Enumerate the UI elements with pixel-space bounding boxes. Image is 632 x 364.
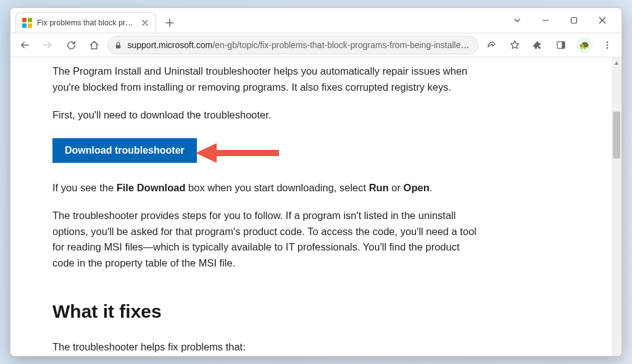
- forward-button[interactable]: [38, 36, 59, 54]
- back-button[interactable]: [14, 36, 35, 54]
- microsoft-favicon-icon: [22, 18, 32, 28]
- page-viewport: The Program Install and Uninstall troubl…: [10, 57, 622, 357]
- lock-icon: [114, 41, 123, 49]
- avatar-icon: 🐢: [576, 37, 592, 53]
- browser-toolbar: support.microsoft.com/en-gb/topic/fix-pr…: [10, 33, 622, 57]
- what-it-fixes-intro: The troubleshooter helps fix problems th…: [52, 339, 480, 355]
- home-button[interactable]: [84, 36, 105, 54]
- svg-rect-0: [22, 18, 27, 22]
- page-content[interactable]: The Program Install and Uninstall troubl…: [10, 57, 612, 357]
- tab-search-icon[interactable]: [503, 16, 531, 25]
- svg-rect-5: [115, 44, 120, 48]
- download-troubleshooter-button[interactable]: Download troubleshooter: [52, 138, 197, 163]
- svg-point-9: [607, 44, 609, 46]
- extensions-icon[interactable]: [527, 36, 548, 54]
- what-it-fixes-heading: What it fixes: [52, 297, 480, 326]
- browser-window: Fix problems that block program: [10, 7, 622, 357]
- svg-point-8: [607, 41, 609, 43]
- bookmark-star-icon[interactable]: [504, 36, 525, 54]
- vertical-scrollbar[interactable]: ▲ ▼: [612, 57, 622, 357]
- tab-strip: Fix problems that block program: [10, 8, 622, 33]
- window-controls: [503, 8, 617, 33]
- intro-paragraph-2: First, you'll need to download the troub…: [52, 107, 480, 123]
- new-tab-button[interactable]: [161, 14, 178, 31]
- close-tab-icon[interactable]: [141, 19, 149, 27]
- scrollbar-thumb[interactable]: [613, 112, 620, 159]
- close-window-button[interactable]: [588, 10, 617, 31]
- reload-button[interactable]: [60, 36, 81, 54]
- tab-title: Fix problems that block program: [37, 19, 136, 27]
- svg-rect-3: [28, 23, 32, 28]
- share-icon[interactable]: [481, 36, 502, 54]
- url-text: support.microsoft.com/en-gb/topic/fix-pr…: [128, 40, 472, 50]
- minimize-button[interactable]: [531, 10, 560, 31]
- active-tab[interactable]: Fix problems that block program: [15, 12, 156, 33]
- address-bar[interactable]: support.microsoft.com/en-gb/topic/fix-pr…: [107, 36, 479, 54]
- intro-paragraph-1: The Program Install and Uninstall troubl…: [52, 64, 480, 95]
- svg-rect-1: [28, 18, 32, 22]
- maximize-button[interactable]: [560, 10, 588, 31]
- svg-rect-2: [22, 23, 27, 28]
- side-panel-icon[interactable]: [551, 36, 572, 54]
- troubleshooter-details: The troubleshooter provides steps for yo…: [52, 208, 480, 271]
- svg-rect-7: [562, 42, 565, 49]
- profile-avatar[interactable]: 🐢: [574, 36, 595, 54]
- scroll-up-icon[interactable]: ▲: [612, 57, 622, 67]
- file-download-note: If you see the File Download box when yo…: [52, 180, 480, 196]
- svg-rect-4: [572, 18, 577, 23]
- svg-point-10: [607, 47, 609, 49]
- chrome-menu-icon[interactable]: [597, 36, 618, 54]
